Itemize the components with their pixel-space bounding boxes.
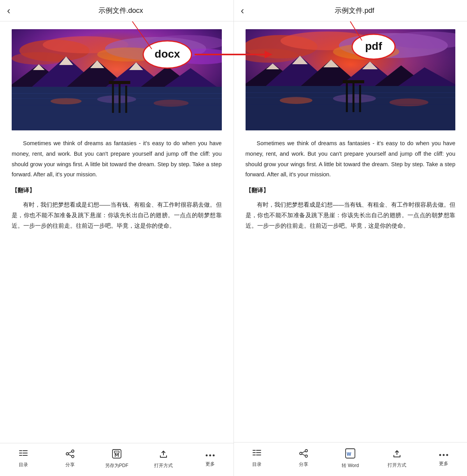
pdf-toolbar-toc[interactable]: 目录 (245, 449, 269, 468)
docx-content: Sometimes we think of dreams as fantasie… (0, 21, 234, 443)
svg-point-6 (97, 47, 160, 61)
pdf-share-icon (299, 449, 308, 459)
svg-rect-26 (112, 82, 114, 113)
svg-point-21 (97, 95, 136, 103)
pdf-content: Sometimes we think of dreams as fantasie… (234, 21, 467, 442)
docx-toolbar-openway-label: 打开方式 (154, 462, 173, 469)
svg-line-40 (68, 455, 72, 456)
svg-rect-46 (114, 451, 119, 453)
docx-toolbar-more-label: 更多 (205, 461, 215, 467)
docx-title: 示例文件.docx (15, 6, 226, 15)
docx-toolbar-savepdf[interactable]: 另存为PDF (105, 449, 128, 469)
pdf-toolbar-word[interactable]: W 转 Word (339, 448, 362, 469)
svg-point-93 (443, 454, 445, 456)
pdf-more-icon (439, 450, 449, 458)
docx-paragraph2: 有时，我们把梦想看成是幻想——当有钱、有租金、有工作时很容易去做。但是，你也不能… (12, 200, 222, 231)
pdf-section-title: 【翻译】 (246, 185, 456, 196)
pdf-list-icon (252, 449, 262, 459)
svg-rect-28 (125, 86, 127, 113)
pdf-toolbar-word-label: 转 Word (342, 462, 359, 469)
svg-point-87 (300, 452, 302, 455)
svg-point-71 (389, 98, 428, 106)
docx-panel: ‹ 示例文件.docx (0, 0, 234, 476)
pdf-title: 示例文件.pdf (249, 6, 460, 15)
svg-point-49 (212, 455, 214, 457)
svg-point-47 (205, 455, 207, 457)
pdf-panel: ‹ 示例文件.pdf (234, 0, 467, 476)
svg-point-86 (305, 455, 307, 457)
svg-rect-78 (342, 80, 364, 83)
pdf-toolbar-openway-label: 打开方式 (388, 462, 406, 469)
pdf-toolbar-more[interactable]: 更多 (432, 450, 455, 467)
svg-rect-76 (352, 83, 354, 112)
docx-toolbar-openway[interactable]: 打开方式 (152, 449, 175, 469)
docx-image (12, 29, 222, 130)
svg-text:W: W (347, 451, 351, 457)
svg-line-89 (302, 454, 305, 456)
pdf-toolbar-openway[interactable]: 打开方式 (385, 448, 409, 469)
docx-toolbar-toc[interactable]: 目录 (12, 450, 35, 468)
svg-line-39 (68, 452, 72, 453)
pdf-header: ‹ 示例文件.pdf (234, 0, 467, 21)
svg-point-7 (12, 52, 66, 65)
svg-rect-27 (119, 84, 121, 113)
more-icon (205, 450, 215, 459)
share-icon (65, 450, 75, 460)
docx-toolbar: 目录 分享 (0, 443, 234, 476)
pdf-paragraph2: 有时，我们把梦想看成是幻想——当有钱、有租金、有工作时很容易去做。但是，你也不能… (246, 200, 456, 231)
list-icon (19, 450, 28, 460)
pdf-image (246, 29, 456, 130)
docx-paragraph1: Sometimes we think of dreams as fantasie… (12, 138, 222, 180)
svg-point-36 (72, 450, 74, 452)
docx-toolbar-share-label: 分享 (65, 462, 75, 468)
docx-toolbar-share[interactable]: 分享 (58, 450, 82, 468)
svg-point-56 (333, 44, 399, 60)
pdf-toolbar-toc-label: 目录 (252, 461, 262, 468)
pdf-text-body: Sometimes we think of dreams as fantasie… (246, 138, 456, 231)
svg-point-69 (279, 97, 312, 104)
svg-point-48 (209, 455, 211, 457)
svg-point-92 (439, 454, 441, 456)
svg-point-37 (72, 455, 74, 458)
svg-rect-77 (359, 85, 361, 112)
pdf-paragraph1: Sometimes we think of dreams as fantasie… (246, 138, 456, 180)
pdf-back-button[interactable]: ‹ (241, 5, 244, 16)
docx-section-title: 【翻译】 (12, 185, 222, 196)
svg-line-88 (302, 451, 305, 453)
svg-rect-29 (109, 81, 130, 84)
svg-point-94 (446, 454, 448, 456)
pdf-toolbar-share[interactable]: 分享 (292, 449, 315, 468)
svg-rect-75 (346, 81, 348, 112)
docx-back-button[interactable]: ‹ (7, 5, 11, 16)
docx-toolbar-savepdf-label: 另存为PDF (105, 462, 128, 469)
pdf-toolbar: 目录 分享 (234, 442, 467, 476)
docx-toolbar-more[interactable]: 更多 (198, 450, 222, 467)
pdf-open-icon (392, 448, 402, 460)
open-icon (159, 449, 168, 460)
svg-point-85 (305, 450, 307, 452)
docx-header: ‹ 示例文件.docx (0, 0, 234, 21)
pdf-toolbar-more-label: 更多 (439, 460, 448, 467)
svg-point-22 (154, 100, 189, 107)
pdf-toolbar-share-label: 分享 (299, 461, 308, 468)
svg-point-20 (51, 98, 82, 104)
word-icon: W (345, 448, 356, 460)
svg-point-38 (66, 453, 68, 455)
docx-text-body: Sometimes we think of dreams as fantasie… (12, 138, 222, 231)
docx-toolbar-toc-label: 目录 (19, 462, 28, 468)
save-pdf-icon (112, 449, 122, 460)
